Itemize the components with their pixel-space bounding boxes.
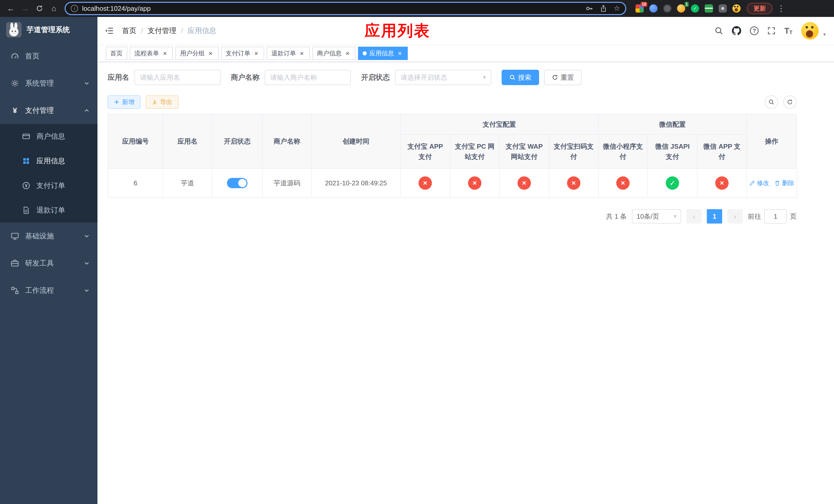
reset-button[interactable]: 重置: [544, 70, 581, 85]
reload-icon: [36, 5, 43, 12]
breadcrumb-payment[interactable]: 支付管理: [148, 26, 176, 36]
breadcrumb-home[interactable]: 首页: [122, 26, 136, 36]
tab-refund-order[interactable]: 退款订单×: [267, 47, 310, 60]
sidebar-item-merchant-info[interactable]: 商户信息: [0, 124, 97, 149]
toggle-search-button[interactable]: [765, 95, 778, 109]
enabled-toggle[interactable]: [227, 178, 247, 188]
next-page-button[interactable]: ›: [727, 209, 743, 224]
chevron-down-icon: ▾: [483, 74, 486, 81]
tab-close-icon[interactable]: ×: [344, 50, 351, 56]
search-icon: [768, 99, 774, 105]
cell-created: 2021-10-23 08:49:25: [312, 168, 400, 198]
extension-pin-icon[interactable]: [719, 4, 727, 13]
extension-book-icon[interactable]: [705, 4, 713, 13]
wx-jsapi-enabled-icon: ✓: [666, 176, 679, 190]
browser-menu-icon[interactable]: ⋮: [773, 4, 789, 13]
page-header: 首页 / 支付管理 / 应用信息 应用列表 ?: [97, 17, 834, 45]
github-icon[interactable]: [732, 26, 741, 36]
alipay-wap-disabled-icon: ×: [518, 176, 531, 190]
app-name-input[interactable]: [134, 70, 221, 85]
tab-app-info[interactable]: 应用信息×: [358, 47, 408, 60]
password-key-icon[interactable]: [586, 5, 593, 12]
font-size-icon[interactable]: TT: [784, 27, 792, 35]
fullscreen-icon[interactable]: [767, 27, 775, 35]
search-icon: [509, 74, 515, 81]
refresh-table-button[interactable]: [783, 95, 796, 109]
goto-page-input[interactable]: [764, 209, 787, 224]
sidebar-toggle-icon[interactable]: [105, 26, 114, 36]
url-text[interactable]: localhost:1024/pay/app: [82, 5, 581, 13]
prev-page-button[interactable]: ‹: [686, 209, 702, 224]
col-header-merchant: 商户名称: [262, 114, 312, 168]
credit-card-icon: [22, 132, 31, 140]
avatar-caret-icon[interactable]: ▾: [823, 31, 826, 40]
pagination: 共 1 条 10条/页 ▾ ‹ 1 › 前往 页: [108, 209, 796, 224]
page-size-select[interactable]: 10条/页 ▾: [632, 209, 681, 224]
user-avatar[interactable]: [801, 22, 819, 40]
tab-pay-order[interactable]: 支付订单×: [221, 47, 264, 60]
alipay-app-disabled-icon: ×: [419, 176, 432, 190]
sidebar-item-home[interactable]: 首页: [0, 43, 97, 70]
site-info-icon[interactable]: i: [71, 5, 78, 12]
extension-globe-icon[interactable]: [663, 4, 672, 13]
sidebar-item-dev-tools[interactable]: 研发工具: [0, 250, 97, 277]
browser-profile-avatar[interactable]: [732, 4, 741, 13]
extension-grid-icon[interactable]: 10: [636, 4, 644, 13]
browser-forward-icon[interactable]: →: [19, 2, 32, 15]
sidebar-item-refund-order[interactable]: 退款订单: [0, 198, 97, 223]
tab-close-icon[interactable]: ×: [161, 50, 168, 56]
page-content: 应用名 商户名称 开启状态 请选择开启状态 ▾: [97, 62, 834, 504]
col-header-app-name: 应用名: [163, 114, 212, 168]
tab-close-icon[interactable]: ×: [207, 50, 214, 56]
sidebar-item-infrastructure[interactable]: 基础设施: [0, 223, 97, 250]
delete-link[interactable]: 删除: [774, 179, 794, 187]
extension-drop-icon[interactable]: [649, 4, 658, 13]
extension-check-icon[interactable]: ✓: [691, 4, 699, 13]
tab-close-icon[interactable]: ×: [299, 50, 305, 56]
breadcrumb: 首页 / 支付管理 / 应用信息: [122, 26, 216, 36]
col-header-alipay-qr: 支付宝扫码支付: [549, 135, 598, 168]
edit-link[interactable]: 修改: [749, 179, 769, 187]
col-header-status: 开启状态: [212, 114, 262, 168]
export-button[interactable]: 导出: [146, 95, 178, 109]
merchant-name-label: 商户名称: [231, 72, 260, 82]
browser-toolbar: ← → ⌂ i localhost:1024/pay/app ☆ 10 1: [0, 0, 834, 17]
browser-back-icon[interactable]: ←: [4, 2, 18, 15]
browser-update-button[interactable]: 更新: [747, 3, 772, 14]
search-button[interactable]: 搜索: [502, 70, 539, 85]
cell-app-name: 芋道: [163, 168, 212, 198]
sidebar-item-app-info[interactable]: 应用信息: [0, 149, 97, 173]
tab-close-icon[interactable]: ×: [396, 50, 403, 56]
share-icon[interactable]: [600, 5, 607, 12]
page-title: 应用列表: [365, 21, 430, 41]
sidebar-item-system[interactable]: 系统管理: [0, 70, 97, 97]
bookmark-star-icon[interactable]: ☆: [614, 5, 620, 12]
main-area: 首页 / 支付管理 / 应用信息 应用列表 ?: [97, 17, 834, 504]
alipay-qr-disabled-icon: ×: [567, 176, 580, 190]
extension-translate-icon[interactable]: 1: [677, 4, 685, 13]
merchant-name-input[interactable]: [265, 70, 351, 85]
tab-user-group[interactable]: 用户分组×: [175, 47, 219, 60]
tab-merchant-info[interactable]: 商户信息×: [312, 47, 355, 60]
app-table: 应用编号 应用名 开启状态 商户名称 创建时间 支付宝配置 微信配置 操作 支付…: [108, 114, 797, 198]
workflow-icon: [10, 287, 20, 295]
sidebar-item-pay-order[interactable]: 支付订单: [0, 173, 97, 198]
goto-unit: 页: [790, 212, 796, 221]
search-icon[interactable]: [715, 26, 723, 35]
col-header-app-id: 应用编号: [108, 114, 163, 168]
status-select[interactable]: 请选择开启状态 ▾: [395, 70, 491, 85]
sidebar-item-workflow[interactable]: 工作流程: [0, 277, 97, 304]
header-actions: ? TT ▾: [715, 22, 826, 40]
tab-home[interactable]: 首页: [106, 47, 127, 60]
goto-label: 前往: [748, 212, 761, 221]
tab-process-form[interactable]: 流程表单×: [130, 47, 173, 60]
browser-reload-icon[interactable]: [33, 2, 46, 15]
app-title: 芋道管理系统: [27, 25, 70, 35]
sidebar-item-payment[interactable]: ¥ 支付管理: [0, 97, 97, 124]
address-bar[interactable]: i localhost:1024/pay/app ☆: [65, 2, 626, 15]
help-icon[interactable]: ?: [750, 26, 759, 35]
add-button[interactable]: 新增: [108, 95, 140, 109]
browser-home-icon[interactable]: ⌂: [47, 2, 61, 15]
page-number-button[interactable]: 1: [707, 209, 722, 224]
tab-close-icon[interactable]: ×: [253, 50, 260, 56]
